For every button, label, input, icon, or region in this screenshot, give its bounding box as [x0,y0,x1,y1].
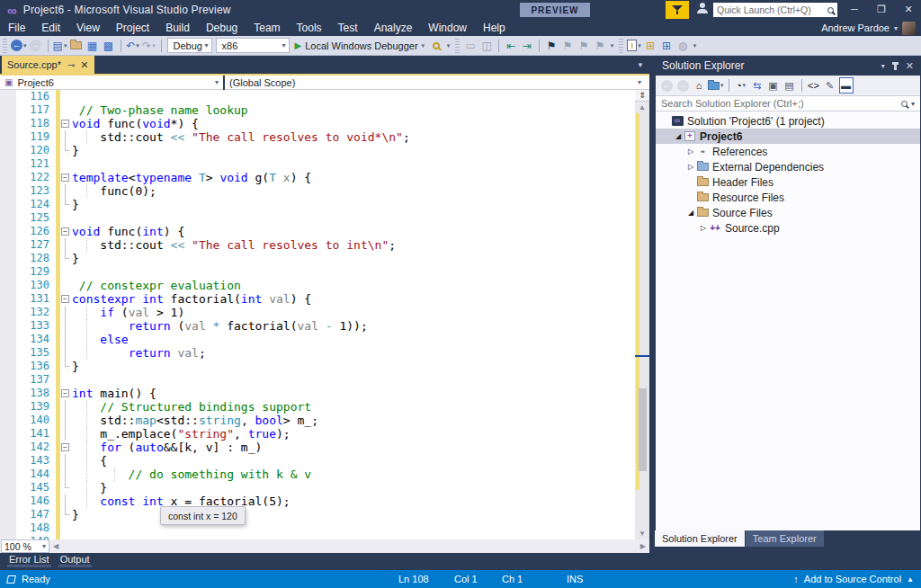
breakpoint-margin[interactable] [0,360,16,373]
toolbar-overflow-icon[interactable]: ▾ [691,39,699,53]
tree-item-source-cpp[interactable]: ▷++Source.cpp [656,220,920,236]
toggle-bookmark-icon[interactable]: ⚑ [544,38,559,54]
menu-project[interactable]: Project [108,20,157,36]
pin-icon[interactable]: ⊸ [67,60,75,70]
expand-icon[interactable]: ▷ [699,224,708,232]
preview-selected-items-icon[interactable]: ▬ [839,77,854,94]
breakpoint-margin[interactable] [0,157,16,171]
breakpoint-margin[interactable] [0,292,16,306]
quick-launch-input[interactable]: Quick Launch (Ctrl+Q) [713,3,837,17]
code-editor[interactable]: 116117 // Two-phase name lookup118−void … [0,90,635,539]
toolbar-overflow-icon[interactable]: ▾ [444,39,452,53]
scope-dropdown[interactable]: (Global Scope) ▾ [225,76,646,90]
member-list-icon[interactable]: ▭ [463,38,478,54]
add-new-item-icon[interactable]: ⊞ [643,38,657,54]
breakpoint-margin[interactable] [0,184,16,198]
previous-bookmark-icon[interactable]: ⚑ [560,38,575,54]
menu-debug[interactable]: Debug [198,20,246,36]
navigate-forward-icon[interactable]: → [29,38,43,54]
toolbar-grip[interactable] [455,39,460,53]
show-all-files-icon[interactable]: ▣ [766,77,781,94]
toolbar-grip[interactable] [619,39,623,53]
menu-help[interactable]: Help [475,20,514,36]
scrollbar-thumb[interactable] [639,388,647,471]
menu-test[interactable]: Test [330,20,366,36]
collapse-region-icon[interactable]: − [61,174,69,182]
breakpoint-margin[interactable] [0,427,16,441]
breakpoint-margin[interactable] [0,333,16,346]
breakpoint-margin[interactable] [0,468,16,481]
indent-increase-icon[interactable]: ⇥ [520,38,534,54]
scroll-left-icon[interactable]: ◀ [49,542,62,550]
tree-item-external-dependencies[interactable]: ▷External Dependencies [656,159,920,174]
toolbar-overflow-icon[interactable]: ▾ [608,39,616,53]
breakpoint-margin[interactable] [0,117,16,130]
window-position-icon[interactable]: ▾ [881,62,885,70]
platform-dropdown[interactable]: x86▾ [216,38,290,53]
close-icon[interactable]: ✕ [906,60,914,72]
indent-decrease-icon[interactable]: ⇤ [504,38,518,54]
tree-item-solution-project6-1-project[interactable]: ∞Solution 'Project6' (1 project) [656,113,920,129]
user-account[interactable]: Andrew Pardoe ▾ [821,20,916,36]
breakpoint-margin[interactable] [0,144,16,157]
add-to-source-control-button[interactable]: ↑ Add to Source Control ▲ [793,570,914,588]
add-class-icon[interactable]: ⊞ [659,38,674,54]
back-icon[interactable]: ← [659,77,674,94]
collapse-region-icon[interactable]: − [61,227,69,236]
feedback-icon[interactable] [694,3,711,17]
collapse-region-icon[interactable]: − [61,389,69,397]
pin-icon[interactable] [894,62,897,70]
undo-icon[interactable]: ↶▾ [126,38,140,54]
save-all-icon[interactable]: ▩ [102,38,116,54]
properties-icon[interactable]: ✎ [823,77,837,94]
breakpoint-margin[interactable] [0,90,16,103]
save-icon[interactable]: ▦ [85,38,100,54]
sync-with-active-document-icon[interactable]: ⇆ [750,77,765,94]
forward-icon[interactable]: → [675,77,690,94]
close-icon[interactable]: ✕ [80,59,88,71]
menu-analyze[interactable]: Analyze [366,20,421,36]
breakpoint-margin[interactable] [0,494,16,508]
tree-item-project6[interactable]: ◢+Project6 [656,129,920,144]
minimize-button[interactable]: ─ [844,0,865,18]
menu-file[interactable]: File [0,20,33,36]
breakpoint-margin[interactable] [0,265,16,279]
collapse-all-icon[interactable]: ▤ [782,77,797,94]
breakpoint-margin[interactable] [0,238,16,252]
menu-tools[interactable]: Tools [289,20,330,36]
breakpoint-margin[interactable] [0,252,16,265]
clear-bookmarks-icon[interactable]: ⚑ [593,38,607,54]
redo-icon[interactable]: ↷▾ [142,38,156,54]
view-code-icon[interactable]: <> [807,77,821,94]
error-list-icon[interactable]: !▾ [627,38,641,54]
breakpoint-margin[interactable] [0,279,16,292]
breakpoint-margin[interactable] [0,414,16,427]
next-bookmark-icon[interactable]: ⚑ [577,38,591,54]
tree-item-resource-files[interactable]: Resource Files [656,190,920,205]
home-icon[interactable]: ⌂ [692,77,706,94]
tab-list-dropdown-icon[interactable]: ▼ [637,61,644,69]
avatar[interactable] [902,22,916,35]
restore-button[interactable]: ❐ [871,0,892,18]
tree-item-header-files[interactable]: Header Files [656,174,920,190]
preview-features-button[interactable] [666,1,689,19]
breakpoint-margin[interactable] [0,171,16,184]
menu-window[interactable]: Window [420,20,475,36]
collapse-region-icon[interactable]: − [61,443,69,451]
breakpoint-margin[interactable] [0,130,16,144]
expand-icon[interactable]: ▷ [686,163,695,171]
class-wizard-icon[interactable]: ◍ [675,38,690,54]
navigate-backward-icon[interactable]: ←▾ [11,38,27,54]
breakpoint-margin[interactable] [0,454,16,468]
tab-error-list[interactable]: Error List [7,553,51,565]
menu-build[interactable]: Build [157,20,198,36]
collapse-icon[interactable]: ◢ [686,209,695,217]
configuration-dropdown[interactable]: Debug▾ [167,38,212,53]
start-debugging-button[interactable]: ▶Local Windows Debugger▾ [291,38,429,54]
breakpoint-margin[interactable] [0,521,16,535]
breakpoint-margin[interactable] [0,211,16,225]
scroll-up-icon[interactable]: ▲ [635,102,649,113]
tree-item-references[interactable]: ▷▪▪References [656,144,920,159]
breakpoint-margin[interactable] [0,103,16,117]
breakpoint-margin[interactable] [0,387,16,400]
